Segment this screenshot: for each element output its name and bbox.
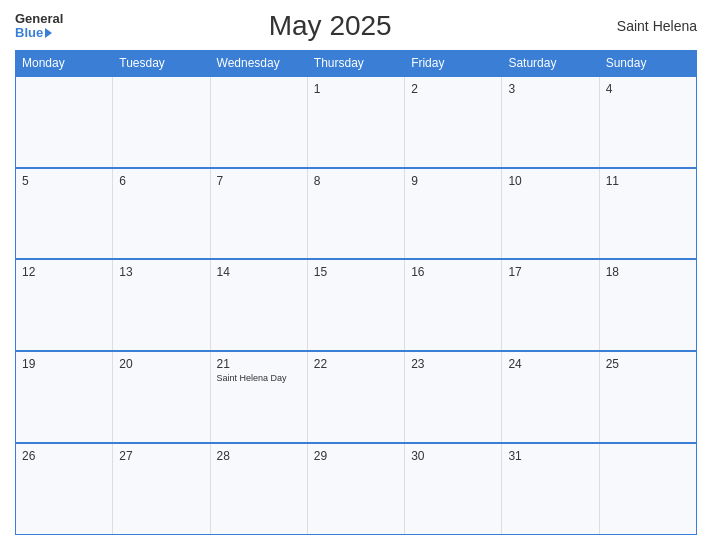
logo-general-text: General [15,12,63,26]
day-cell-w3-d2: 13 [113,259,210,351]
week-row-5: 262728293031 [16,443,697,535]
day-number: 13 [119,265,203,279]
region-label: Saint Helena [597,18,697,34]
logo: General Blue [15,12,63,41]
days-header-row: Monday Tuesday Wednesday Thursday Friday… [16,51,697,77]
day-cell-w4-d4: 22 [307,351,404,443]
day-cell-w1-d1 [16,76,113,168]
calendar-title: May 2025 [63,10,597,42]
day-number: 1 [314,82,398,96]
week-row-2: 567891011 [16,168,697,260]
day-header-saturday: Saturday [502,51,599,77]
calendar-table: Monday Tuesday Wednesday Thursday Friday… [15,50,697,535]
logo-blue-text: Blue [15,26,63,40]
week-row-4: 192021Saint Helena Day22232425 [16,351,697,443]
week-row-1: 1234 [16,76,697,168]
day-number: 24 [508,357,592,371]
day-cell-w2-d5: 9 [405,168,502,260]
day-cell-w3-d3: 14 [210,259,307,351]
day-number: 23 [411,357,495,371]
day-cell-w2-d4: 8 [307,168,404,260]
day-cell-w3-d7: 18 [599,259,696,351]
day-number: 6 [119,174,203,188]
day-number: 9 [411,174,495,188]
day-number: 3 [508,82,592,96]
day-header-friday: Friday [405,51,502,77]
day-header-wednesday: Wednesday [210,51,307,77]
event-label: Saint Helena Day [217,373,301,383]
day-number: 19 [22,357,106,371]
day-number: 22 [314,357,398,371]
day-number: 31 [508,449,592,463]
day-number: 17 [508,265,592,279]
day-number: 16 [411,265,495,279]
day-number: 28 [217,449,301,463]
day-cell-w3-d5: 16 [405,259,502,351]
day-cell-w1-d4: 1 [307,76,404,168]
day-cell-w1-d7: 4 [599,76,696,168]
day-number: 5 [22,174,106,188]
day-cell-w4-d7: 25 [599,351,696,443]
day-cell-w2-d7: 11 [599,168,696,260]
calendar-header: General Blue May 2025 Saint Helena [15,10,697,42]
day-cell-w5-d4: 29 [307,443,404,535]
day-number: 18 [606,265,690,279]
day-cell-w2-d6: 10 [502,168,599,260]
day-number: 12 [22,265,106,279]
day-cell-w4-d1: 19 [16,351,113,443]
day-cell-w1-d6: 3 [502,76,599,168]
day-number: 7 [217,174,301,188]
day-header-tuesday: Tuesday [113,51,210,77]
day-number: 10 [508,174,592,188]
day-number: 26 [22,449,106,463]
day-cell-w2-d3: 7 [210,168,307,260]
day-number: 14 [217,265,301,279]
day-cell-w5-d3: 28 [210,443,307,535]
day-cell-w5-d1: 26 [16,443,113,535]
day-cell-w4-d2: 20 [113,351,210,443]
day-cell-w5-d2: 27 [113,443,210,535]
day-cell-w5-d5: 30 [405,443,502,535]
day-number: 29 [314,449,398,463]
calendar-wrapper: General Blue May 2025 Saint Helena Monda… [0,0,712,550]
day-cell-w4-d3: 21Saint Helena Day [210,351,307,443]
day-header-sunday: Sunday [599,51,696,77]
day-number: 8 [314,174,398,188]
day-cell-w1-d2 [113,76,210,168]
week-row-3: 12131415161718 [16,259,697,351]
day-number: 30 [411,449,495,463]
day-number: 21 [217,357,301,371]
day-number: 4 [606,82,690,96]
day-header-monday: Monday [16,51,113,77]
day-number: 2 [411,82,495,96]
calendar-body: 123456789101112131415161718192021Saint H… [16,76,697,535]
day-cell-w3-d4: 15 [307,259,404,351]
day-cell-w2-d2: 6 [113,168,210,260]
day-number: 15 [314,265,398,279]
day-cell-w1-d5: 2 [405,76,502,168]
day-cell-w3-d6: 17 [502,259,599,351]
day-cell-w2-d1: 5 [16,168,113,260]
logo-triangle-icon [45,28,52,38]
day-number: 27 [119,449,203,463]
day-cell-w4-d5: 23 [405,351,502,443]
day-number: 20 [119,357,203,371]
day-number: 11 [606,174,690,188]
day-cell-w5-d7 [599,443,696,535]
day-cell-w1-d3 [210,76,307,168]
day-cell-w4-d6: 24 [502,351,599,443]
day-cell-w5-d6: 31 [502,443,599,535]
day-cell-w3-d1: 12 [16,259,113,351]
day-number: 25 [606,357,690,371]
day-header-thursday: Thursday [307,51,404,77]
